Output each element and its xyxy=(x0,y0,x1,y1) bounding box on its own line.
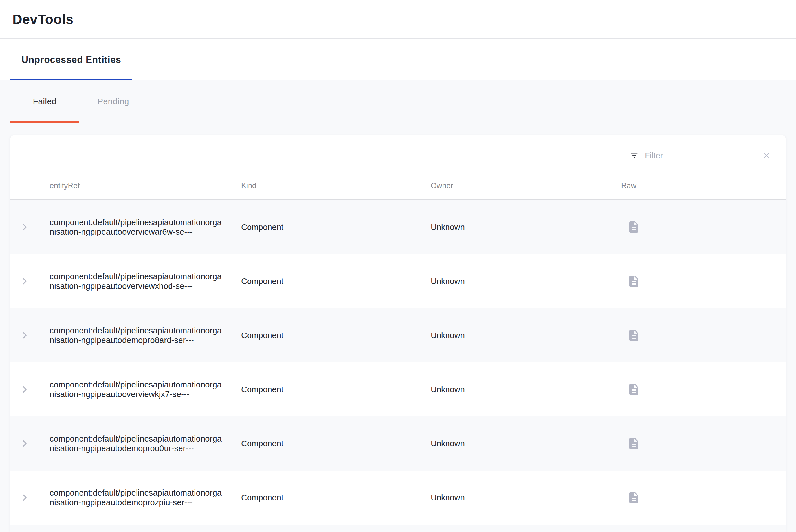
chevron-right-icon xyxy=(19,330,30,340)
close-icon xyxy=(762,151,771,160)
entity-ref: component:default/pipelinesapiautomation… xyxy=(50,380,225,399)
entity-ref: component:default/pipelinesapiautomation… xyxy=(50,488,225,507)
document-icon xyxy=(627,220,640,234)
document-icon xyxy=(627,328,640,342)
expand-row-button[interactable] xyxy=(19,492,30,503)
expand-row-button[interactable] xyxy=(19,222,30,233)
raw-data-button[interactable] xyxy=(627,274,640,288)
subtab-label: Failed xyxy=(33,97,56,106)
table-row-partial xyxy=(11,525,785,532)
expand-row-button[interactable] xyxy=(19,276,30,287)
entity-ref: component:default/pipelinesapiautomation… xyxy=(50,434,225,453)
app-header: DevTools xyxy=(0,0,796,39)
owner-cell: Unknown xyxy=(431,223,619,232)
table-row: component:default/pipelinesapiautomation… xyxy=(11,471,785,525)
kind-cell: Component xyxy=(241,223,431,232)
table-toolbar xyxy=(11,135,785,172)
filter-field[interactable] xyxy=(630,147,778,165)
table-row: component:default/pipelinesapiautomation… xyxy=(11,308,785,362)
status-tab-bar: Failed Pending xyxy=(0,80,796,122)
column-owner: Owner xyxy=(431,182,619,190)
raw-data-button[interactable] xyxy=(627,491,640,505)
kind-cell: Component xyxy=(241,385,431,394)
raw-data-button[interactable] xyxy=(627,437,640,450)
owner-cell: Unknown xyxy=(431,493,619,502)
document-icon xyxy=(627,491,640,505)
filter-input[interactable] xyxy=(645,151,762,160)
chevron-right-icon xyxy=(19,276,30,286)
table-row: component:default/pipelinesapiautomation… xyxy=(11,416,785,471)
table-header: entityRef Kind Owner Raw xyxy=(11,172,785,200)
raw-data-button[interactable] xyxy=(627,220,640,234)
document-icon xyxy=(627,274,640,288)
kind-cell: Component xyxy=(241,331,431,340)
clear-filter-button[interactable] xyxy=(762,151,771,160)
page-title: DevTools xyxy=(13,12,73,27)
chevron-right-icon xyxy=(19,438,30,449)
expand-row-button[interactable] xyxy=(19,438,30,449)
document-icon xyxy=(627,437,640,450)
subtab-label: Pending xyxy=(97,97,129,106)
chevron-right-icon xyxy=(19,493,30,503)
raw-data-button[interactable] xyxy=(627,328,640,342)
owner-cell: Unknown xyxy=(431,439,619,448)
devtools-page: DevTools Unprocessed Entities Failed Pen… xyxy=(0,0,796,532)
column-raw: Raw xyxy=(619,182,785,190)
column-kind: Kind xyxy=(241,182,431,190)
tab-unprocessed-entities[interactable]: Unprocessed Entities xyxy=(11,39,132,80)
owner-cell: Unknown xyxy=(431,385,619,394)
entity-ref: component:default/pipelinesapiautomation… xyxy=(50,272,225,291)
tab-failed[interactable]: Failed xyxy=(11,80,79,122)
kind-cell: Component xyxy=(241,493,431,502)
column-entityref: entityRef xyxy=(50,182,241,190)
table-body: component:default/pipelinesapiautomation… xyxy=(11,200,785,532)
main-tab-bar: Unprocessed Entities xyxy=(0,39,796,80)
active-subtab-indicator xyxy=(11,121,79,122)
table-row: component:default/pipelinesapiautomation… xyxy=(11,362,785,416)
table-row: component:default/pipelinesapiautomation… xyxy=(11,254,785,308)
entity-ref: component:default/pipelinesapiautomation… xyxy=(50,326,225,345)
tab-label: Unprocessed Entities xyxy=(21,54,121,65)
filter-list-icon xyxy=(630,151,639,160)
tab-pending[interactable]: Pending xyxy=(79,80,147,122)
owner-cell: Unknown xyxy=(431,277,619,286)
expand-row-button[interactable] xyxy=(19,384,30,395)
failed-entities-card: entityRef Kind Owner Raw component:defau… xyxy=(11,135,785,532)
kind-cell: Component xyxy=(241,277,431,286)
owner-cell: Unknown xyxy=(431,331,619,340)
expand-row-button[interactable] xyxy=(19,330,30,341)
entity-ref: component:default/pipelinesapiautomation… xyxy=(50,217,225,237)
document-icon xyxy=(627,383,640,396)
table-row: component:default/pipelinesapiautomation… xyxy=(11,200,785,254)
raw-data-button[interactable] xyxy=(627,383,640,396)
kind-cell: Component xyxy=(241,439,431,448)
chevron-right-icon xyxy=(19,222,30,232)
chevron-right-icon xyxy=(19,384,30,395)
